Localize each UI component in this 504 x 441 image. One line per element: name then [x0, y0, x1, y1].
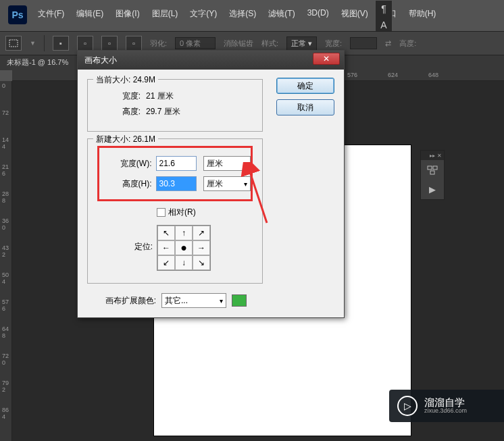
watermark: ▷ 溜溜自学 zixue.3d66.com [389, 390, 504, 422]
anchor-label: 定位: [97, 225, 157, 253]
anchor-s[interactable]: ↓ [175, 255, 193, 270]
anchor-center[interactable]: ● [175, 240, 193, 255]
watermark-url: zixue.3d66.com [424, 408, 467, 415]
new-width-label: 宽度(W): [99, 158, 156, 170]
menu-layer[interactable]: 图层(L) [147, 5, 184, 22]
anchor-n[interactable]: ↑ [175, 226, 193, 240]
play-icon[interactable]: ▶ [426, 183, 439, 195]
current-height-value: 29.7 厘米 [146, 106, 180, 118]
anchor-se[interactable]: ↘ [193, 255, 210, 270]
paragraph-icon[interactable]: ¶ [376, 1, 392, 17]
anchor-nw[interactable]: ↖ [157, 226, 175, 240]
anchor-sw[interactable]: ↙ [157, 255, 175, 270]
panel-collapse-icon[interactable]: ▸▸ [430, 153, 435, 159]
relative-checkbox[interactable] [157, 208, 166, 217]
highlighted-inputs: 宽度(W): 厘米 高度(H): 厘米 [97, 146, 253, 201]
swap-icon[interactable]: ⇄ [385, 39, 391, 48]
extension-color-swatch[interactable] [232, 294, 247, 307]
new-height-input[interactable] [156, 176, 197, 191]
watermark-logo-icon: ▷ [397, 396, 418, 416]
svg-rect-2 [433, 166, 437, 170]
close-button[interactable]: ✕ [313, 53, 340, 65]
watermark-name: 溜溜自学 [424, 397, 467, 409]
menu-select[interactable]: 选择(S) [224, 5, 261, 22]
dialog-title-text: 画布大小 [84, 55, 117, 66]
selection-intersect-icon[interactable]: ▫ [126, 36, 142, 51]
menu-filter[interactable]: 滤镜(T) [263, 5, 300, 22]
dropdown-icon[interactable]: ▼ [30, 40, 36, 47]
panel-close-icon[interactable]: ✕ [437, 153, 442, 159]
relative-label: 相对(R) [168, 207, 196, 218]
new-size-value: 26.1M [133, 134, 155, 144]
menu-3d[interactable]: 3D(D) [302, 5, 334, 22]
height-label: 高度: [399, 38, 416, 49]
ok-button[interactable]: 确定 [276, 78, 334, 94]
menu-image[interactable]: 图像(I) [110, 5, 145, 22]
width-label: 宽度: [325, 38, 342, 49]
menu-view[interactable]: 视图(V) [336, 5, 374, 22]
selection-new-icon[interactable]: ▪ [53, 36, 69, 51]
new-height-label: 高度(H): [99, 178, 156, 190]
current-width-value: 21 厘米 [146, 90, 174, 102]
app-logo: Ps [8, 5, 27, 24]
feather-input[interactable] [175, 37, 216, 49]
feather-label: 羽化: [150, 38, 167, 49]
current-height-label: 高度: [97, 106, 146, 118]
selection-subtract-icon[interactable]: ▫ [101, 36, 118, 51]
anchor-w[interactable]: ← [157, 240, 175, 255]
width-input [350, 37, 377, 49]
extension-color-label: 画布扩展颜色: [87, 295, 161, 307]
anchor-grid: ↖ ↑ ↗ ← ● → ↙ ↓ ↘ [157, 225, 211, 271]
menu-type[interactable]: 文字(Y) [184, 5, 222, 22]
style-select[interactable]: 正常 ▾ [286, 36, 317, 51]
menu-help[interactable]: 帮助(H) [403, 5, 442, 22]
menu-edit[interactable]: 编辑(E) [71, 5, 109, 22]
new-size-legend: 新建大小: [96, 134, 130, 144]
new-width-input[interactable] [156, 156, 197, 171]
new-size-group: 新建大小: 26.1M 宽度(W): 厘米 高度(H): 厘米 相对(R) [87, 138, 263, 284]
width-unit-select[interactable]: 厘米 [203, 156, 251, 171]
svg-rect-0 [9, 40, 18, 47]
current-size-group: 当前大小: 24.9M 宽度: 21 厘米 高度: 29.7 厘米 [87, 79, 263, 132]
dialog-titlebar[interactable]: 画布大小 ✕ [78, 51, 344, 70]
marquee-tool-icon[interactable] [5, 36, 22, 51]
cancel-button[interactable]: 取消 [276, 99, 334, 115]
height-unit-select[interactable]: 厘米 [203, 176, 251, 191]
canvas-size-dialog: 画布大小 ✕ 确定 取消 当前大小: 24.9M 宽度: 21 厘米 高度: 2… [77, 50, 345, 318]
ruler-vertical: 0 72 14 4 21 6 28 8 36 0 43 2 50 4 57 6 … [0, 81, 12, 441]
history-icon[interactable] [426, 164, 439, 176]
current-size-value: 24.9M [133, 75, 155, 84]
top-tool-icons: ¶ A [375, 0, 393, 34]
anchor-e[interactable]: → [193, 240, 210, 255]
extension-color-select[interactable]: 其它... [161, 293, 226, 308]
style-label: 样式: [261, 38, 278, 49]
svg-rect-1 [428, 166, 432, 170]
right-mini-panel: ▸▸ ✕ ▶ [420, 150, 445, 200]
menu-file[interactable]: 文件(F) [32, 5, 70, 22]
anchor-ne[interactable]: ↗ [193, 226, 210, 240]
current-size-legend: 当前大小: [96, 75, 130, 84]
antialias-checkbox-label: 消除锯齿 [224, 38, 253, 49]
svg-rect-3 [430, 171, 434, 174]
selection-add-icon[interactable]: ▫ [77, 36, 93, 51]
current-width-label: 宽度: [97, 90, 146, 102]
